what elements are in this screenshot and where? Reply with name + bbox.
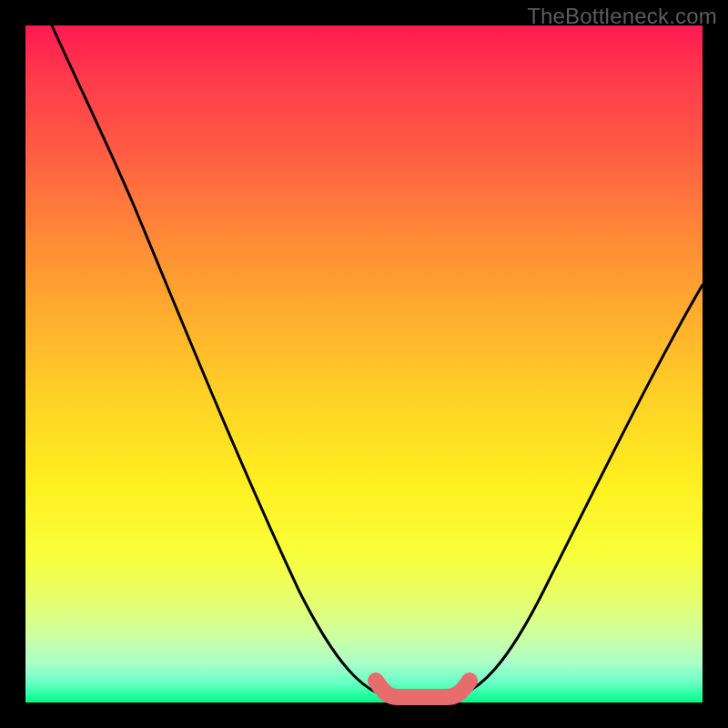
optimal-range-highlight: [376, 681, 470, 697]
chart-svg: [25, 25, 703, 703]
chart-frame: TheBottleneck.com: [0, 0, 728, 728]
chart-plot-area: [25, 25, 703, 703]
bottleneck-curve-line: [52, 25, 703, 697]
